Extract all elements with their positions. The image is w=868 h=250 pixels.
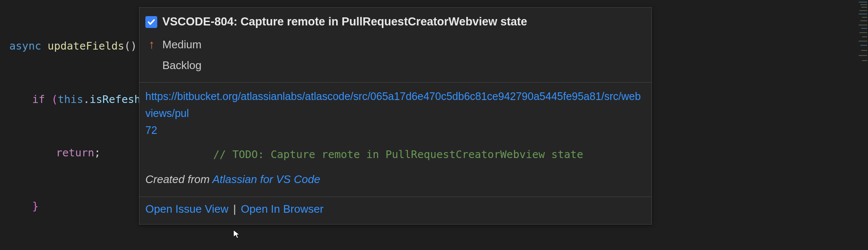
hover-header: VSCODE-804: Capture remote in PullReques… xyxy=(139,8,651,79)
issue-hover-tooltip: VSCODE-804: Capture remote in PullReques… xyxy=(139,7,652,225)
open-issue-view-link[interactable]: Open Issue View xyxy=(145,203,228,215)
status-label: Backlog xyxy=(162,57,202,75)
priority-label: Medium xyxy=(162,36,201,54)
hover-code-snippet: // TODO: Capture remote in PullRequestCr… xyxy=(145,139,645,171)
hover-priority-row: ↑ Medium xyxy=(145,35,645,54)
hover-status-row: Backlog xyxy=(145,57,645,75)
hover-title: VSCODE-804: Capture remote in PullReques… xyxy=(162,13,527,31)
hover-actions: Open Issue View | Open In Browser xyxy=(139,197,651,224)
hover-body: https://bitbucket.org/atlassianlabs/atla… xyxy=(139,83,651,194)
source-url-link[interactable]: https://bitbucket.org/atlassianlabs/atla… xyxy=(145,90,641,119)
minimap[interactable] xyxy=(856,0,868,250)
priority-medium-icon: ↑ xyxy=(146,35,157,54)
hover-title-row: VSCODE-804: Capture remote in PullReques… xyxy=(145,13,645,31)
task-check-icon xyxy=(145,16,157,28)
created-from-link[interactable]: Atlassian for VS Code xyxy=(212,173,320,186)
action-separator: | xyxy=(228,203,241,215)
open-in-browser-link[interactable]: Open In Browser xyxy=(241,203,323,215)
source-url-link-line2[interactable]: 72 xyxy=(145,124,157,136)
created-from-row: Created from Atlassian for VS Code xyxy=(145,171,645,189)
created-from-prefix: Created from xyxy=(145,173,212,186)
